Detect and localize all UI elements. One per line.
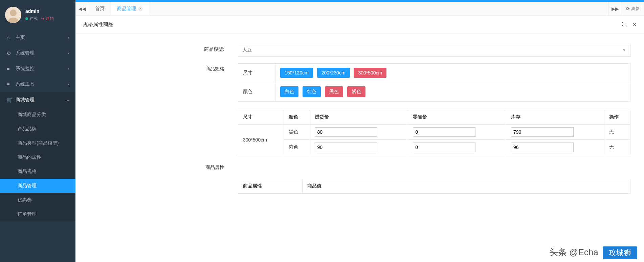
nav-mall-mgmt[interactable]: 🛒 商城管理 ⌄ [0,92,75,108]
nav-system-mgmt[interactable]: ⚙ 系统管理 ‹ [0,45,75,61]
spec-table: 尺寸 150*120cm 200*230cm 300*500cm 颜色 白色 [238,63,630,102]
th-stock: 库存 [506,110,604,125]
close-icon[interactable]: × [138,6,143,11]
sidebar-item-order[interactable]: 订单管理 [0,207,75,221]
color-tag-white[interactable]: 白色 [280,86,298,97]
sidebar-item-coupon[interactable]: 优惠券 [0,193,75,207]
sku-table: 尺寸 颜色 进货价 零售价 库存 操作 300*500cm 黑色 [238,110,630,155]
th-attr: 商品属性 [238,179,303,194]
menu-icon: ≡ [7,82,12,87]
refresh-button[interactable]: ⟳ 刷新 [622,2,644,16]
th-color: 颜色 [284,110,310,125]
stock-input[interactable] [511,143,574,152]
th-cost: 进货价 [310,110,408,125]
c额ll-action: 无 [604,125,630,140]
status-dot-icon [25,17,28,20]
nav-system-tools[interactable]: ≡ 系统工具 ‹ [0,77,75,92]
tab-bar: ◀◀ 首页 商品管理 × ▶▶ ⟳ 刷新 [75,2,644,16]
user-panel: admin 在线 ↪ 注销 [0,0,75,30]
color-tag-black[interactable]: 黑色 [325,86,343,97]
gear-icon: ⚙ [7,50,12,56]
page-header: 规格属性商品 ⛶ ✕ [75,16,644,34]
close-icon[interactable]: ✕ [632,21,637,28]
tabs-scroll-left[interactable]: ◀◀ [75,2,89,16]
tab-product[interactable]: 商品管理 × [111,2,149,16]
tab-home[interactable]: 首页 [89,2,111,16]
refresh-icon: ⟳ [626,6,630,11]
cell-size: 300*500cm [238,125,284,155]
avatar[interactable] [5,7,21,23]
label-attr: 商品属性 [75,162,238,171]
sidebar-item-type[interactable]: 商品类型(商品模型) [0,136,75,150]
svg-point-1 [10,9,17,16]
th-action: 操作 [604,110,630,125]
cost-input[interactable] [315,127,377,137]
table-row: 紫色 无 [238,140,630,155]
caret-down-icon: ▼ [622,48,626,52]
chevron-left-icon: ‹ [68,66,69,71]
sidebar: admin 在线 ↪ 注销 ⌂ 主页 ‹ ⚙ 系统管理 ‹ ■ [0,0,75,262]
color-tag-red[interactable]: 红色 [303,86,321,97]
table-row: 300*500cm 黑色 无 [238,125,630,140]
attr-table: 商品属性 商品值 [238,179,630,194]
home-icon: ⌂ [7,35,12,40]
th-size: 尺寸 [238,110,284,125]
sidebar-item-category[interactable]: 商城商品分类 [0,108,75,122]
cell-action: 无 [604,140,630,155]
cart-icon: 🛒 [7,97,12,103]
camera-icon: ■ [7,66,12,71]
status-text: 在线 [29,16,38,22]
tabs-scroll-right[interactable]: ▶▶ [608,2,622,16]
chevron-left-icon: ‹ [68,35,69,40]
label-model: 商品模型: [75,44,238,52]
size-tag-1[interactable]: 150*120cm [280,68,313,78]
th-retail: 零售价 [408,110,506,125]
cost-input[interactable] [315,143,377,152]
page-title: 规格属性商品 [83,21,113,28]
nav-menu: ⌂ 主页 ‹ ⚙ 系统管理 ‹ ■ 系统监控 ‹ ≡ 系统工具 ‹ 🛒 商城管 [0,30,75,221]
logout-icon[interactable]: ↪ [41,16,44,21]
chevron-left-icon: ‹ [68,51,69,56]
sidebar-item-brand[interactable]: 产品品牌 [0,122,75,136]
user-name: admin [25,8,70,14]
spec-row-label: 尺寸 [238,64,275,82]
maximize-icon[interactable]: ⛶ [622,21,627,28]
size-tag-2[interactable]: 200*230cm [317,68,350,78]
label-spec: 商品规格 [75,63,238,72]
retail-input[interactable] [413,143,475,152]
stock-input[interactable] [511,127,574,137]
chevron-down-icon: ⌄ [66,97,69,102]
cell-color: 紫色 [284,140,310,155]
sidebar-item-spec[interactable]: 商品规格 [0,165,75,179]
nav-system-monitor[interactable]: ■ 系统监控 ‹ [0,61,75,77]
main-content: ◀◀ 首页 商品管理 × ▶▶ ⟳ 刷新 规格属性商品 ⛶ ✕ 商品模型: [75,0,644,262]
sidebar-item-product[interactable]: 商品管理 [0,179,75,193]
logout-link[interactable]: 注销 [46,16,54,22]
retail-input[interactable] [413,127,475,137]
color-tag-purple[interactable]: 紫色 [347,86,365,97]
form-content: 商品模型: 大豆 ▼ 商品规格 尺寸 150*120cm [75,34,644,262]
spec-row-label: 颜色 [238,82,275,102]
model-select[interactable]: 大豆 ▼ [238,44,630,57]
cell-color: 黑色 [284,125,310,140]
nav-home[interactable]: ⌂ 主页 ‹ [0,30,75,45]
th-value: 商品值 [303,179,630,194]
size-tag-3[interactable]: 300*500cm [354,68,386,78]
chevron-left-icon: ‹ [68,82,69,87]
sidebar-item-attribute[interactable]: 商品的属性 [0,150,75,165]
